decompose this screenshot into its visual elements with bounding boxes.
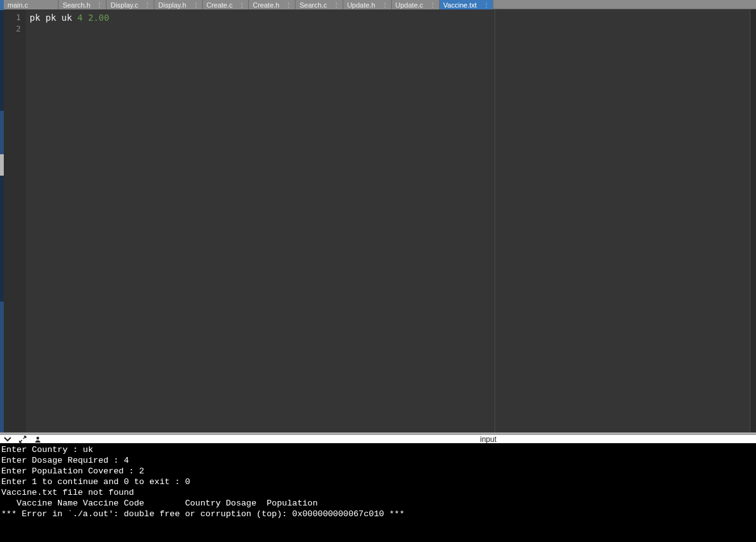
console-line: Enter 1 to continue and 0 to exit : 0 <box>1 477 756 487</box>
tab-label: Update.h <box>347 1 375 9</box>
console-line: Vaccine.txt file not found <box>1 487 756 498</box>
line-number: 2 <box>4 23 21 35</box>
tab-label: Search.h <box>62 1 90 9</box>
line-number-gutter: 1 2 <box>4 9 26 436</box>
more-icon[interactable] <box>483 2 489 8</box>
more-icon[interactable] <box>382 2 387 8</box>
editor-area[interactable]: 1 2 pk pk uk 4 2.00 <box>4 9 756 436</box>
more-icon[interactable] <box>333 2 339 8</box>
tab-label: Display.h <box>158 1 186 9</box>
tab-display-c[interactable]: Display.c <box>106 0 154 9</box>
more-icon[interactable] <box>193 2 198 8</box>
console-line: *** Error in `./a.out': double free or c… <box>1 509 756 519</box>
svg-point-0 <box>37 436 39 439</box>
tab-label: main.c <box>8 1 28 9</box>
tab-label: Create.c <box>207 1 233 9</box>
console-line: Enter Country : uk <box>1 444 756 455</box>
expand-icon[interactable] <box>19 436 26 443</box>
console-output[interactable]: Enter Country : ukEnter Dosage Required … <box>0 443 756 542</box>
console-line: Vaccine Name Vaccine Code Country Dosage… <box>1 498 756 509</box>
more-icon[interactable] <box>239 2 244 8</box>
tab-create-c[interactable]: Create.c <box>203 0 249 9</box>
input-label: input <box>480 435 496 444</box>
person-icon[interactable] <box>34 436 42 443</box>
tab-create-h[interactable]: Create.h <box>249 0 295 9</box>
tab-update-h[interactable]: Update.h <box>343 0 392 9</box>
tab-label: Create.h <box>253 1 279 9</box>
tab-search-c[interactable]: Search.c <box>295 0 343 9</box>
console-line: Enter Dosage Required : 4 <box>1 455 756 466</box>
tab-label: Update.c <box>396 1 423 9</box>
code-line-2 <box>30 23 752 35</box>
tab-label: Vaccine.txt <box>444 1 477 9</box>
column-guide <box>495 9 495 436</box>
tab-label: Display.c <box>110 1 138 9</box>
tab-label: Search.c <box>299 1 326 9</box>
code-line-1: pk pk uk 4 2.00 <box>30 12 752 23</box>
tab-update-c[interactable]: Update.c <box>392 0 440 9</box>
console-line: Enter Population Covered : 2 <box>1 466 756 477</box>
more-icon[interactable] <box>96 2 102 8</box>
more-icon[interactable] <box>285 2 291 8</box>
code-content[interactable]: pk pk uk 4 2.00 <box>26 9 756 436</box>
line-number: 1 <box>4 12 21 23</box>
chevron-down-icon[interactable] <box>4 436 11 443</box>
tab-bar: main.c Search.h Display.c Display.h Crea… <box>4 0 756 9</box>
more-icon[interactable] <box>144 2 150 8</box>
console-toolbar: input <box>0 432 756 443</box>
more-icon[interactable] <box>430 2 435 8</box>
tab-main-c[interactable]: main.c <box>4 0 59 9</box>
tab-vaccine-txt[interactable]: Vaccine.txt <box>440 0 493 9</box>
tab-display-h[interactable]: Display.h <box>154 0 202 9</box>
tab-search-h[interactable]: Search.h <box>59 0 106 9</box>
